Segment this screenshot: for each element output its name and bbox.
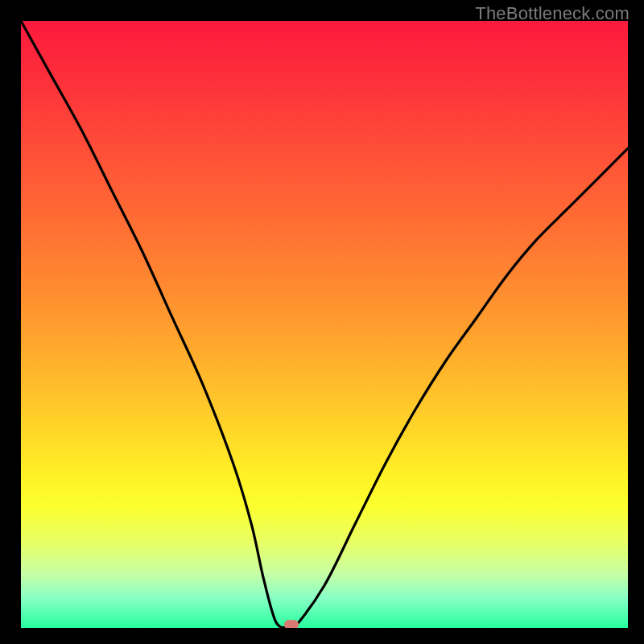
chart-frame: TheBottleneck.com [0, 0, 644, 644]
bottleneck-curve [21, 21, 628, 628]
curve-path [21, 21, 628, 628]
minimum-marker [284, 620, 299, 628]
plot-area [21, 21, 628, 628]
watermark-text: TheBottleneck.com [475, 3, 630, 24]
